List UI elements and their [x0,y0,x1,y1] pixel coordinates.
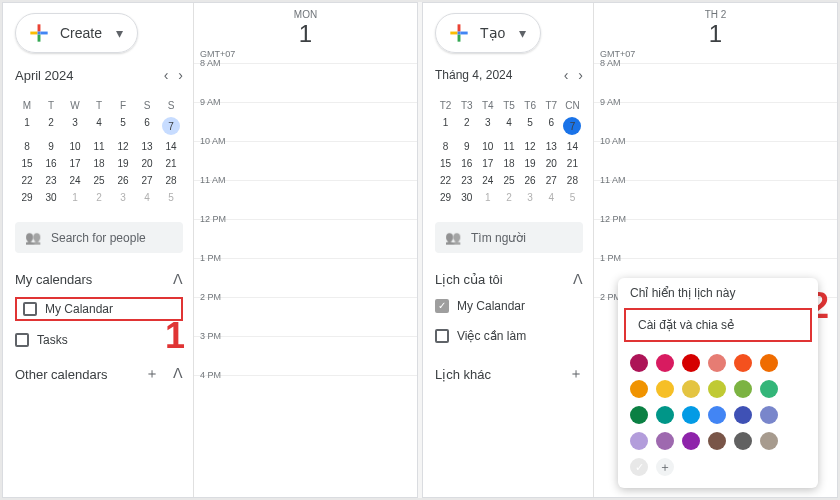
mini-day[interactable]: 6 [135,114,159,138]
mini-day[interactable]: 20 [541,155,562,172]
checkbox-icon[interactable] [15,333,29,347]
color-swatch[interactable] [682,354,700,372]
mini-day[interactable]: 10 [63,138,87,155]
color-swatch[interactable] [656,380,674,398]
mini-day[interactable]: 29 [435,189,456,206]
add-icon[interactable]: ＋ [145,365,159,381]
mini-day[interactable]: 19 [111,155,135,172]
hour-row[interactable]: 2 PM [194,297,417,336]
mini-day[interactable]: 2 [456,114,477,138]
mini-day[interactable]: 5 [159,189,183,206]
prev-month-icon[interactable]: ‹ [164,67,169,83]
mini-day[interactable]: 24 [477,172,498,189]
hour-row[interactable]: 11 AM [594,180,837,219]
color-swatch[interactable] [630,380,648,398]
color-swatch[interactable] [760,354,778,372]
mini-day[interactable]: 13 [541,138,562,155]
calendar-item-tasks[interactable]: Tasks [15,329,183,351]
color-swatch[interactable] [682,432,700,450]
mini-day[interactable]: 5 [520,114,541,138]
mini-day[interactable]: 1 [477,189,498,206]
mini-day[interactable]: 26 [111,172,135,189]
mini-day[interactable]: 16 [39,155,63,172]
mini-day[interactable]: 4 [541,189,562,206]
mini-day[interactable]: 12 [111,138,135,155]
prev-month-icon[interactable]: ‹ [564,67,569,83]
color-swatch[interactable] [656,432,674,450]
mini-day[interactable]: 7 [562,114,583,138]
checkbox-icon[interactable] [435,329,449,343]
checkbox-checked-icon[interactable] [435,299,449,313]
mini-day[interactable]: 17 [63,155,87,172]
create-button[interactable]: Tạo ▾ [435,13,541,53]
mini-day[interactable]: 1 [63,189,87,206]
calendar-item-my-calendar[interactable]: My Calandar [15,297,183,321]
color-swatch[interactable] [630,354,648,372]
my-calendars-header[interactable]: My calendars ᐱ [15,271,183,287]
mini-day[interactable]: 14 [159,138,183,155]
mini-day[interactable]: 19 [520,155,541,172]
mini-day[interactable]: 13 [135,138,159,155]
mini-day[interactable]: 4 [87,114,111,138]
mini-day[interactable]: 20 [135,155,159,172]
mini-day[interactable]: 24 [63,172,87,189]
mini-day[interactable]: 23 [456,172,477,189]
mini-day[interactable]: 4 [498,114,519,138]
mini-day[interactable]: 15 [435,155,456,172]
mini-day[interactable]: 25 [87,172,111,189]
color-swatch[interactable] [708,380,726,398]
mini-day[interactable]: 8 [15,138,39,155]
color-swatch[interactable] [734,380,752,398]
mini-day[interactable]: 16 [456,155,477,172]
mini-day[interactable]: 29 [15,189,39,206]
mini-day[interactable]: 28 [562,172,583,189]
color-swatch[interactable] [760,406,778,424]
color-swatch[interactable] [708,406,726,424]
my-calendars-header[interactable]: Lịch của tôi ᐱ [435,271,583,287]
mini-day[interactable]: 2 [87,189,111,206]
mini-day[interactable]: 2 [498,189,519,206]
color-swatch[interactable] [734,354,752,372]
mini-day[interactable]: 3 [520,189,541,206]
hour-row[interactable]: 12 PM [194,219,417,258]
color-swatch[interactable] [734,406,752,424]
mini-day[interactable]: 1 [15,114,39,138]
color-swatch[interactable] [708,432,726,450]
hour-row[interactable]: 12 PM [594,219,837,258]
mini-day[interactable]: 3 [477,114,498,138]
mini-day[interactable]: 18 [498,155,519,172]
hour-row[interactable]: 11 AM [194,180,417,219]
mini-day[interactable]: 5 [562,189,583,206]
hour-row[interactable]: 9 AM [194,102,417,141]
mini-day[interactable]: 5 [111,114,135,138]
mini-day[interactable]: 25 [498,172,519,189]
mini-day[interactable]: 7 [159,114,183,138]
hour-row[interactable]: 3 PM [194,336,417,375]
color-swatch[interactable] [734,432,752,450]
calendar-item-my-calendar[interactable]: My Calandar [435,295,583,317]
mini-day[interactable]: 4 [135,189,159,206]
next-month-icon[interactable]: › [178,67,183,83]
mini-day[interactable]: 2 [39,114,63,138]
add-icon[interactable]: ＋ [569,365,583,383]
other-calendars-header[interactable]: Other calendars ＋ ᐱ [15,365,183,383]
mini-day[interactable]: 27 [135,172,159,189]
mini-day[interactable]: 30 [39,189,63,206]
search-people[interactable]: Tìm người [435,222,583,253]
hour-row[interactable]: 4 PM [194,375,417,414]
color-swatch[interactable] [656,406,674,424]
mini-day[interactable]: 21 [159,155,183,172]
mini-day[interactable]: 12 [520,138,541,155]
mini-day[interactable]: 23 [39,172,63,189]
mini-calendar[interactable]: T2T3T4T5T6T7CN12345678910111213141516171… [435,97,583,206]
color-swatch[interactable] [682,406,700,424]
color-swatch[interactable] [682,380,700,398]
mini-day[interactable]: 26 [520,172,541,189]
hour-row[interactable]: 1 PM [194,258,417,297]
mini-day[interactable]: 9 [39,138,63,155]
create-button[interactable]: Create ▾ [15,13,138,53]
other-calendars-header[interactable]: Lịch khác ＋ [435,365,583,383]
color-swatch[interactable] [760,380,778,398]
color-swatch[interactable] [656,354,674,372]
color-swatch[interactable] [630,406,648,424]
